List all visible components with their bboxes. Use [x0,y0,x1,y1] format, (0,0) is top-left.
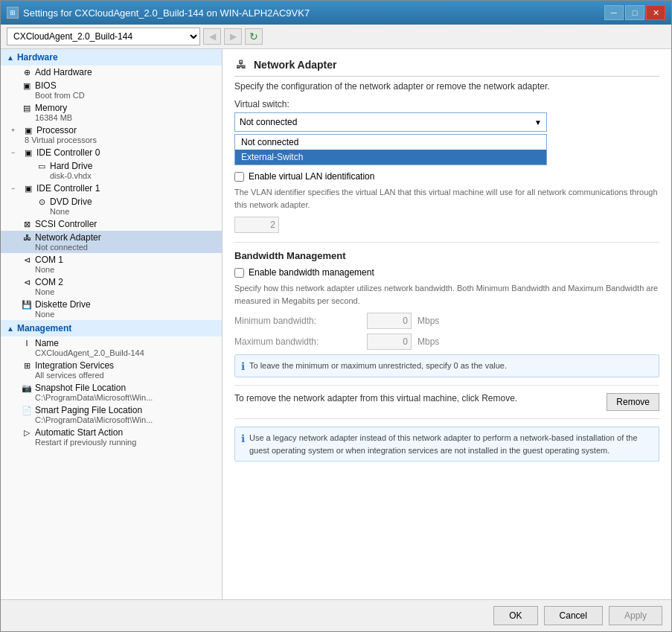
ok-button[interactable]: OK [493,606,537,625]
vlan-input[interactable] [234,217,279,233]
remove-button[interactable]: Remove [607,393,659,411]
com1-label: COM 1 [35,255,63,265]
hardware-arrow: ▲ [7,54,14,62]
vlan-info-text: The VLAN identifier specifies the virtua… [234,186,659,211]
panel-net-icon: 🖧 [234,58,248,71]
hard-drive-sub: disk-0.vhdx [36,171,216,180]
ide1-label: IDE Controller 1 [36,183,100,194]
sidebar-item-bios[interactable]: ▣ BIOS Boot from CD [1,79,222,101]
enable-bandwidth-row: Enable bandwidth management [234,267,659,278]
max-bandwidth-label: Maximum bandwidth: [234,336,361,347]
enable-bandwidth-label: Enable bandwidth management [249,267,374,278]
max-bandwidth-row: Maximum bandwidth: Mbps [234,333,659,350]
panel-title: 🖧 Network Adapter [234,58,659,77]
sidebar-item-dvd[interactable]: ⊙ DVD Drive None [1,195,222,217]
dropdown-option-not-connected[interactable]: Not connected [235,135,546,150]
sidebar-item-auto-start[interactable]: ▷ Automatic Start Action Restart if prev… [1,426,222,448]
sidebar-item-processor[interactable]: + ▣ Processor 8 Virtual processors [1,124,222,146]
max-bandwidth-input[interactable] [367,333,412,350]
bottom-bar: OK Cancel Apply [1,599,671,631]
bios-icon: ▣ [22,80,32,91]
min-bandwidth-row: Minimum bandwidth: Mbps [234,313,659,329]
name-icon: I [22,338,32,348]
virtual-switch-dropdown[interactable]: Not connected ▼ [234,112,547,132]
minimize-button[interactable]: ─ [604,5,624,20]
refresh-button[interactable]: ↻ [245,28,263,45]
sidebar-item-com1[interactable]: ⊲ COM 1 None [1,253,222,275]
bios-sub: Boot from CD [22,91,216,100]
maximize-button[interactable]: □ [625,5,644,20]
sidebar-item-hard-drive[interactable]: ▭ Hard Drive disk-0.vhdx [1,159,222,182]
snapshot-sub: C:\ProgramData\Microsoft\Win... [22,393,216,402]
enable-vlan-checkbox[interactable] [234,172,244,182]
smart-paging-label: Smart Paging File Location [35,405,142,415]
cancel-button[interactable]: Cancel [544,606,603,625]
sidebar-item-ide0[interactable]: − ▣ IDE Controller 0 [1,146,222,159]
ide1-icon: ▣ [23,183,33,194]
auto-start-icon: ▷ [22,427,32,438]
auto-start-sub: Restart if previously running [22,438,216,447]
sidebar-item-smart-paging[interactable]: 📄 Smart Paging File Location C:\ProgramD… [1,403,222,426]
info-circle-icon: ℹ [241,360,245,372]
processor-icon: ▣ [23,125,33,135]
name-sub: CXCloudAgent_2.0_Build-144 [22,348,216,357]
sidebar-item-add-hardware[interactable]: ⊕ Add Hardware [1,66,222,79]
min-bandwidth-unit: Mbps [417,316,439,326]
enable-bandwidth-checkbox[interactable] [234,268,244,278]
management-section-header[interactable]: ▲ Management [1,320,222,336]
snapshot-label: Snapshot File Location [35,383,126,393]
sidebar-item-diskette[interactable]: 💾 Diskette Drive None [1,298,222,320]
integration-sub: All services offered [22,371,216,380]
memory-label: Memory [35,103,67,113]
vm-select[interactable]: CXCloudAgent_2.0_Build-144 [7,28,200,45]
enable-vlan-label: Enable virtual LAN identification [249,171,374,182]
network-icon: 🖧 [22,232,32,243]
ide0-icon: ▣ [23,147,33,158]
bios-label: BIOS [35,80,57,91]
dvd-sub: None [36,207,216,216]
diskette-label: Diskette Drive [35,299,91,310]
close-button[interactable]: ✕ [646,5,665,20]
management-arrow: ▲ [7,325,14,333]
apply-button[interactable]: Apply [609,606,662,625]
window-title: Settings for CXCloudAgent_2.0_Build-144 … [23,7,310,19]
com2-sub: None [22,287,216,296]
integration-icon: ⊞ [22,360,32,371]
hardware-label: Hardware [17,52,58,63]
legacy-info-text: Use a legacy network adapter instead of … [249,432,653,456]
name-label: Name [35,338,59,348]
dvd-icon: ⊙ [36,197,47,207]
scsi-label: SCSI Controller [35,219,97,229]
sidebar-item-integration[interactable]: ⊞ Integration Services All services offe… [1,359,222,381]
min-bandwidth-input[interactable] [367,313,412,329]
processor-label: Processor [36,125,77,135]
main-content: ▲ Hardware ⊕ Add Hardware ▣ BIOS Boot fr… [1,49,671,599]
title-buttons: ─ □ ✕ [604,5,665,20]
sidebar-item-memory[interactable]: ▤ Memory 16384 MB [1,101,222,124]
sidebar-item-com2[interactable]: ⊲ COM 2 None [1,275,222,298]
hardware-section-header[interactable]: ▲ Hardware [1,49,222,66]
memory-sub: 16384 MB [22,113,216,122]
com1-sub: None [22,265,216,274]
bandwidth-section-title: Bandwidth Management [234,250,659,261]
processor-expand-arrow: + [11,127,20,134]
snapshot-icon: 📷 [22,383,32,393]
ide0-expand-arrow: − [11,149,20,156]
diskette-icon: 💾 [22,299,32,310]
auto-start-label: Automatic Start Action [35,427,123,438]
max-bandwidth-unit: Mbps [417,336,439,347]
dropdown-chevron-icon: ▼ [534,118,542,127]
dropdown-option-external-switch[interactable]: External-Switch [235,150,546,165]
panel-title-text: Network Adapter [254,59,337,71]
com2-label: COM 2 [35,277,63,287]
sidebar-item-scsi[interactable]: ⊠ SCSI Controller [1,217,222,231]
virtual-switch-dropdown-container: Not connected ▼ [234,112,547,132]
hard-drive-icon: ▭ [36,161,47,171]
back-button[interactable]: ◀ [203,28,221,45]
sidebar-item-network[interactable]: 🖧 Network Adapter Not connected [1,231,222,253]
sidebar-item-snapshot[interactable]: 📷 Snapshot File Location C:\ProgramData\… [1,381,222,403]
forward-button[interactable]: ▶ [224,28,242,45]
sidebar-item-ide1[interactable]: − ▣ IDE Controller 1 [1,182,222,195]
processor-sub: 8 Virtual processors [11,135,216,144]
sidebar-item-name[interactable]: I Name CXCloudAgent_2.0_Build-144 [1,336,222,359]
